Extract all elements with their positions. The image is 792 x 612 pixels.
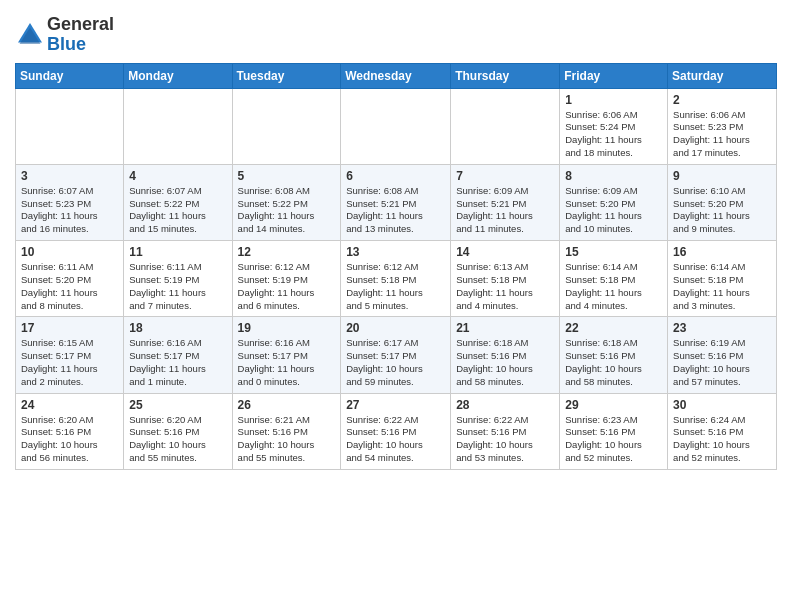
weekday-header-friday: Friday [560,63,668,88]
weekday-header-row: SundayMondayTuesdayWednesdayThursdayFrid… [16,63,777,88]
day-info: Sunrise: 6:23 AMSunset: 5:16 PMDaylight:… [565,414,662,465]
day-info: Sunrise: 6:18 AMSunset: 5:16 PMDaylight:… [565,337,662,388]
calendar-cell: 28Sunrise: 6:22 AMSunset: 5:16 PMDayligh… [451,393,560,469]
day-info: Sunrise: 6:07 AMSunset: 5:22 PMDaylight:… [129,185,226,236]
calendar-cell: 20Sunrise: 6:17 AMSunset: 5:17 PMDayligh… [341,317,451,393]
day-info: Sunrise: 6:12 AMSunset: 5:18 PMDaylight:… [346,261,445,312]
page: General Blue SundayMondayTuesdayWednesda… [0,0,792,485]
day-info: Sunrise: 6:13 AMSunset: 5:18 PMDaylight:… [456,261,554,312]
calendar-cell: 13Sunrise: 6:12 AMSunset: 5:18 PMDayligh… [341,241,451,317]
logo-icon [15,20,45,50]
day-info: Sunrise: 6:17 AMSunset: 5:17 PMDaylight:… [346,337,445,388]
logo-line2: Blue [47,35,114,55]
calendar-cell: 30Sunrise: 6:24 AMSunset: 5:16 PMDayligh… [668,393,777,469]
day-number: 3 [21,169,118,183]
day-number: 26 [238,398,336,412]
day-info: Sunrise: 6:12 AMSunset: 5:19 PMDaylight:… [238,261,336,312]
calendar-cell: 19Sunrise: 6:16 AMSunset: 5:17 PMDayligh… [232,317,341,393]
calendar-week-2: 3Sunrise: 6:07 AMSunset: 5:23 PMDaylight… [16,164,777,240]
day-info: Sunrise: 6:08 AMSunset: 5:22 PMDaylight:… [238,185,336,236]
day-info: Sunrise: 6:21 AMSunset: 5:16 PMDaylight:… [238,414,336,465]
day-number: 15 [565,245,662,259]
calendar-cell: 4Sunrise: 6:07 AMSunset: 5:22 PMDaylight… [124,164,232,240]
day-number: 17 [21,321,118,335]
weekday-header-sunday: Sunday [16,63,124,88]
day-number: 19 [238,321,336,335]
day-number: 12 [238,245,336,259]
day-info: Sunrise: 6:11 AMSunset: 5:20 PMDaylight:… [21,261,118,312]
weekday-header-tuesday: Tuesday [232,63,341,88]
day-number: 27 [346,398,445,412]
calendar-week-3: 10Sunrise: 6:11 AMSunset: 5:20 PMDayligh… [16,241,777,317]
calendar-week-1: 1Sunrise: 6:06 AMSunset: 5:24 PMDaylight… [16,88,777,164]
day-number: 16 [673,245,771,259]
calendar-cell: 3Sunrise: 6:07 AMSunset: 5:23 PMDaylight… [16,164,124,240]
day-number: 24 [21,398,118,412]
day-info: Sunrise: 6:24 AMSunset: 5:16 PMDaylight:… [673,414,771,465]
day-info: Sunrise: 6:09 AMSunset: 5:20 PMDaylight:… [565,185,662,236]
calendar-cell: 9Sunrise: 6:10 AMSunset: 5:20 PMDaylight… [668,164,777,240]
calendar-cell: 26Sunrise: 6:21 AMSunset: 5:16 PMDayligh… [232,393,341,469]
day-info: Sunrise: 6:09 AMSunset: 5:21 PMDaylight:… [456,185,554,236]
day-number: 30 [673,398,771,412]
calendar-cell: 21Sunrise: 6:18 AMSunset: 5:16 PMDayligh… [451,317,560,393]
day-info: Sunrise: 6:20 AMSunset: 5:16 PMDaylight:… [129,414,226,465]
day-info: Sunrise: 6:10 AMSunset: 5:20 PMDaylight:… [673,185,771,236]
day-info: Sunrise: 6:18 AMSunset: 5:16 PMDaylight:… [456,337,554,388]
calendar-cell: 7Sunrise: 6:09 AMSunset: 5:21 PMDaylight… [451,164,560,240]
calendar-cell: 5Sunrise: 6:08 AMSunset: 5:22 PMDaylight… [232,164,341,240]
day-number: 23 [673,321,771,335]
day-number: 25 [129,398,226,412]
calendar-cell: 8Sunrise: 6:09 AMSunset: 5:20 PMDaylight… [560,164,668,240]
calendar-cell: 16Sunrise: 6:14 AMSunset: 5:18 PMDayligh… [668,241,777,317]
calendar-cell: 17Sunrise: 6:15 AMSunset: 5:17 PMDayligh… [16,317,124,393]
day-number: 29 [565,398,662,412]
day-number: 4 [129,169,226,183]
day-number: 11 [129,245,226,259]
calendar-cell: 1Sunrise: 6:06 AMSunset: 5:24 PMDaylight… [560,88,668,164]
day-number: 22 [565,321,662,335]
calendar-cell: 29Sunrise: 6:23 AMSunset: 5:16 PMDayligh… [560,393,668,469]
day-info: Sunrise: 6:08 AMSunset: 5:21 PMDaylight:… [346,185,445,236]
day-number: 20 [346,321,445,335]
weekday-header-monday: Monday [124,63,232,88]
day-info: Sunrise: 6:11 AMSunset: 5:19 PMDaylight:… [129,261,226,312]
day-number: 28 [456,398,554,412]
calendar-cell: 18Sunrise: 6:16 AMSunset: 5:17 PMDayligh… [124,317,232,393]
day-info: Sunrise: 6:22 AMSunset: 5:16 PMDaylight:… [346,414,445,465]
day-number: 1 [565,93,662,107]
calendar-cell: 22Sunrise: 6:18 AMSunset: 5:16 PMDayligh… [560,317,668,393]
calendar-cell: 24Sunrise: 6:20 AMSunset: 5:16 PMDayligh… [16,393,124,469]
calendar-cell: 15Sunrise: 6:14 AMSunset: 5:18 PMDayligh… [560,241,668,317]
calendar-cell [341,88,451,164]
day-number: 7 [456,169,554,183]
day-number: 6 [346,169,445,183]
day-number: 18 [129,321,226,335]
calendar-cell: 14Sunrise: 6:13 AMSunset: 5:18 PMDayligh… [451,241,560,317]
logo: General Blue [15,15,114,55]
calendar-cell: 2Sunrise: 6:06 AMSunset: 5:23 PMDaylight… [668,88,777,164]
day-number: 9 [673,169,771,183]
day-number: 13 [346,245,445,259]
day-info: Sunrise: 6:06 AMSunset: 5:23 PMDaylight:… [673,109,771,160]
calendar-table: SundayMondayTuesdayWednesdayThursdayFrid… [15,63,777,470]
day-info: Sunrise: 6:14 AMSunset: 5:18 PMDaylight:… [673,261,771,312]
day-info: Sunrise: 6:07 AMSunset: 5:23 PMDaylight:… [21,185,118,236]
day-number: 14 [456,245,554,259]
day-info: Sunrise: 6:14 AMSunset: 5:18 PMDaylight:… [565,261,662,312]
calendar-cell [124,88,232,164]
day-info: Sunrise: 6:16 AMSunset: 5:17 PMDaylight:… [238,337,336,388]
calendar-cell [232,88,341,164]
day-info: Sunrise: 6:20 AMSunset: 5:16 PMDaylight:… [21,414,118,465]
calendar-week-5: 24Sunrise: 6:20 AMSunset: 5:16 PMDayligh… [16,393,777,469]
day-info: Sunrise: 6:15 AMSunset: 5:17 PMDaylight:… [21,337,118,388]
weekday-header-wednesday: Wednesday [341,63,451,88]
calendar-cell: 12Sunrise: 6:12 AMSunset: 5:19 PMDayligh… [232,241,341,317]
day-info: Sunrise: 6:06 AMSunset: 5:24 PMDaylight:… [565,109,662,160]
header: General Blue [15,10,777,55]
logo-line1: General [47,15,114,35]
day-number: 2 [673,93,771,107]
calendar-cell: 23Sunrise: 6:19 AMSunset: 5:16 PMDayligh… [668,317,777,393]
calendar-cell: 11Sunrise: 6:11 AMSunset: 5:19 PMDayligh… [124,241,232,317]
day-number: 21 [456,321,554,335]
